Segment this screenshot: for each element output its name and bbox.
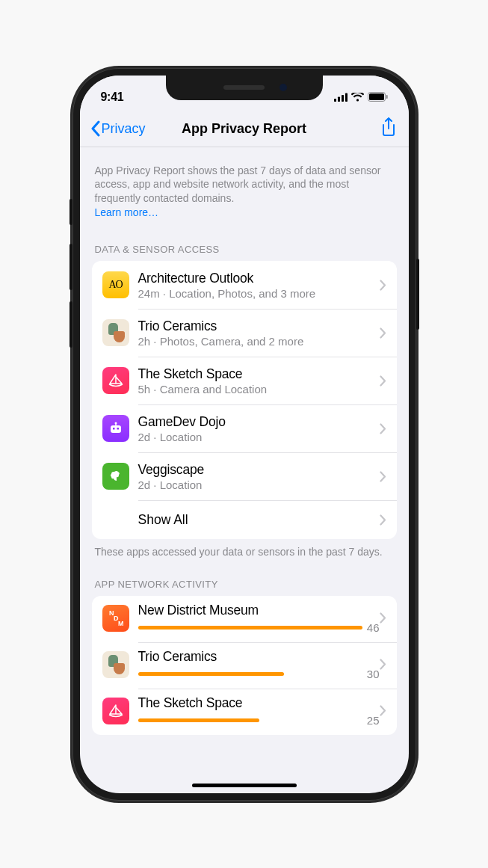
app-subtitle: 2d · Location <box>138 431 380 443</box>
app-name: Trio Ceramics <box>138 318 380 334</box>
svg-rect-9 <box>117 428 119 430</box>
back-label: Privacy <box>102 121 146 137</box>
show-all-row[interactable]: Show All <box>92 500 397 539</box>
app-name: Trio Ceramics <box>138 649 380 665</box>
speaker <box>223 85 265 90</box>
nav-bar: Privacy App Privacy Report <box>80 111 409 147</box>
chevron-right-icon <box>380 659 386 670</box>
activity-value: 25 <box>367 714 380 727</box>
screen: 9:41 Privacy App Privacy Report App Priv… <box>80 76 409 793</box>
chevron-right-icon <box>380 327 386 339</box>
app-row[interactable]: The Sketch Space 5h · Camera and Locatio… <box>92 357 397 404</box>
network-row[interactable]: Trio Ceramics 30 <box>92 642 397 689</box>
app-row[interactable]: Veggiscape 2d · Location <box>92 452 397 500</box>
app-subtitle: 2d · Location <box>138 478 380 491</box>
broccoli-icon <box>108 468 124 484</box>
section-header-data-sensor: DATA & SENSOR ACCESS <box>92 227 397 261</box>
app-icon-new-district-museum: NDM <box>102 605 129 632</box>
battery-icon <box>368 92 388 102</box>
status-time: 9:41 <box>101 90 124 104</box>
app-subtitle: 2h · Photos, Camera, and 2 more <box>138 335 380 348</box>
chevron-right-icon <box>380 423 386 434</box>
status-icons <box>334 92 388 102</box>
svg-rect-2 <box>342 95 344 102</box>
boat-icon <box>108 703 124 719</box>
app-icon-architecture-outlook: AO <box>102 271 129 298</box>
boat-icon <box>108 372 124 389</box>
app-name: GameDev Dojo <box>138 414 380 430</box>
svg-rect-3 <box>345 93 348 102</box>
ndm-icon: NDM <box>105 607 127 630</box>
row-body: Trio Ceramics 2h · Photos, Camera, and 2… <box>138 318 380 348</box>
svg-rect-6 <box>386 95 388 99</box>
network-activity-card: NDM New District Museum 46 Trio Cera <box>92 596 397 735</box>
section-header-network: APP NETWORK ACTIVITY <box>92 562 397 596</box>
row-body: Veggiscape 2d · Location <box>138 462 380 491</box>
chevron-right-icon <box>380 375 386 387</box>
row-body: Architecture Outlook 24m · Location, Pho… <box>138 271 380 300</box>
app-row[interactable]: AO Architecture Outlook 24m · Location, … <box>92 261 397 309</box>
side-button <box>70 199 72 225</box>
row-body: The Sketch Space 5h · Camera and Locatio… <box>138 366 380 395</box>
row-body: GameDev Dojo 2d · Location <box>138 414 380 443</box>
activity-value: 46 <box>367 621 380 634</box>
power-button <box>416 259 419 330</box>
network-row[interactable]: The Sketch Space 25 <box>92 689 397 735</box>
volume-down-button <box>70 301 72 348</box>
app-name: New District Museum <box>138 603 380 618</box>
app-row[interactable]: Trio Ceramics 2h · Photos, Camera, and 2… <box>92 309 397 357</box>
robot-icon <box>108 420 124 437</box>
content-scroll[interactable]: App Privacy Report shows the past 7 days… <box>80 147 409 793</box>
app-icon-veggiscape <box>102 463 129 490</box>
activity-value: 30 <box>367 668 380 680</box>
activity-bar: 46 <box>138 621 380 634</box>
home-indicator[interactable] <box>192 784 297 787</box>
chevron-right-icon <box>380 280 386 291</box>
chevron-left-icon <box>90 120 101 137</box>
wifi-icon <box>351 93 364 102</box>
intro-block: App Privacy Report shows the past 7 days… <box>92 147 397 228</box>
data-sensor-card: AO Architecture Outlook 24m · Location, … <box>92 261 397 539</box>
learn-more-link[interactable]: Learn more… <box>95 206 159 218</box>
row-body: The Sketch Space 25 <box>138 695 380 727</box>
notch <box>166 76 323 100</box>
section-footer-data-sensor: These apps accessed your data or sensors… <box>92 539 397 562</box>
front-camera <box>279 84 287 91</box>
cellular-icon <box>334 93 348 102</box>
phone-frame: 9:41 Privacy App Privacy Report App Priv… <box>72 68 416 801</box>
intro-text: App Privacy Report shows the past 7 days… <box>95 164 381 205</box>
app-icon-trio-ceramics <box>102 319 129 346</box>
show-all-label: Show All <box>102 512 380 528</box>
network-row[interactable]: NDM New District Museum 46 <box>92 596 397 642</box>
svg-rect-5 <box>369 93 384 100</box>
back-button[interactable]: Privacy <box>90 120 146 137</box>
app-name: The Sketch Space <box>138 695 380 711</box>
app-icon-gamedev-dojo <box>102 415 129 442</box>
svg-rect-8 <box>113 428 115 430</box>
svg-rect-1 <box>338 96 340 102</box>
row-body: New District Museum 46 <box>138 603 380 634</box>
app-name: The Sketch Space <box>138 366 380 382</box>
activity-bar: 25 <box>138 714 380 727</box>
svg-rect-0 <box>334 99 336 102</box>
app-subtitle: 24m · Location, Photos, and 3 more <box>138 287 380 300</box>
svg-rect-11 <box>115 423 116 425</box>
app-icon-trio-ceramics <box>102 651 129 678</box>
volume-up-button <box>70 244 72 290</box>
app-row[interactable]: GameDev Dojo 2d · Location <box>92 404 397 452</box>
app-subtitle: 5h · Camera and Location <box>138 383 380 395</box>
chevron-right-icon <box>380 612 386 624</box>
activity-bar: 30 <box>138 668 380 680</box>
app-icon-sketch-space <box>102 367 129 394</box>
app-name: Veggiscape <box>138 462 380 478</box>
chevron-right-icon <box>380 705 386 716</box>
row-body: Trio Ceramics 30 <box>138 649 380 680</box>
chevron-right-icon <box>380 514 386 526</box>
app-name: Architecture Outlook <box>138 271 380 286</box>
svg-text:M: M <box>118 620 124 627</box>
chevron-right-icon <box>380 471 386 482</box>
svg-rect-7 <box>111 425 121 433</box>
share-icon <box>380 117 397 137</box>
app-icon-sketch-space <box>102 698 129 724</box>
share-button[interactable] <box>380 117 397 140</box>
